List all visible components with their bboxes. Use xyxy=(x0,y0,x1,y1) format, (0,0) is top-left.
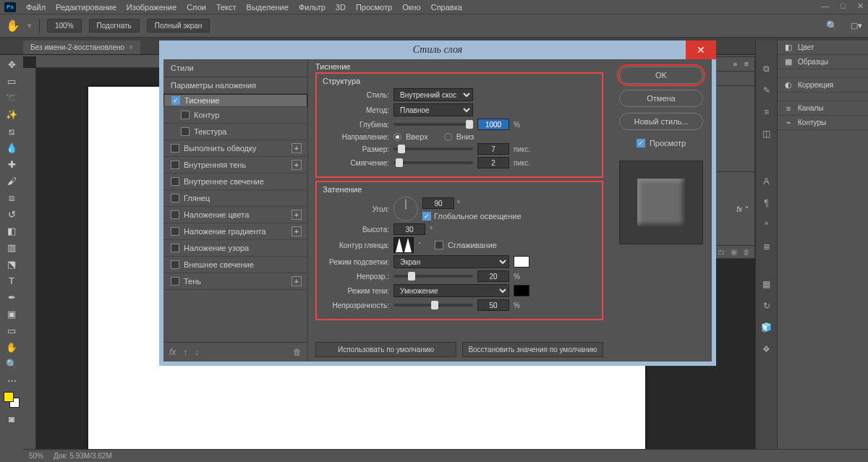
dialog-close-button[interactable]: ✕ xyxy=(686,40,716,59)
fx-menu-icon[interactable]: fx xyxy=(169,347,176,357)
highlight-opacity-slider[interactable] xyxy=(393,275,473,278)
panel-icon-char[interactable]: ᴬ xyxy=(760,218,773,231)
style-inner-shadow[interactable]: Внутренняя тень+ xyxy=(163,157,307,174)
global-light-checkbox[interactable]: ✓ xyxy=(422,212,431,221)
angle-input[interactable] xyxy=(422,197,454,209)
panel-icon-a[interactable]: A xyxy=(760,175,773,188)
style-color-overlay[interactable]: Наложение цвета+ xyxy=(163,207,307,223)
style-bevel[interactable]: ✓Тиснение xyxy=(163,94,307,107)
group-icon[interactable]: 🗀 xyxy=(718,248,725,256)
menu-filter[interactable]: Фильтр xyxy=(299,3,326,12)
new-style-button[interactable]: Новый стиль... xyxy=(619,113,703,130)
soften-input[interactable] xyxy=(477,157,509,168)
soften-slider[interactable] xyxy=(393,161,473,164)
style-select[interactable]: Внутренний скос xyxy=(393,88,473,101)
checkbox-icon[interactable] xyxy=(171,177,179,186)
preview-checkbox[interactable]: ✓ xyxy=(637,139,645,147)
checkbox-icon[interactable]: ✓ xyxy=(171,96,180,105)
menu-window[interactable]: Окно xyxy=(402,3,421,12)
highlight-color[interactable] xyxy=(514,256,529,268)
menu-view[interactable]: Просмотр xyxy=(356,3,392,12)
antialias-checkbox[interactable] xyxy=(435,241,443,249)
menu-help[interactable]: Справка xyxy=(431,3,462,12)
add-effect-icon[interactable]: + xyxy=(292,276,302,286)
wand-tool-icon[interactable]: ✨ xyxy=(1,106,22,123)
checkbox-icon[interactable] xyxy=(181,111,190,119)
styles-header[interactable]: Стили xyxy=(163,59,307,77)
add-effect-icon[interactable]: + xyxy=(292,160,302,170)
shadow-color[interactable] xyxy=(514,285,529,296)
size-slider[interactable] xyxy=(393,147,473,150)
panel-paths[interactable]: ⌁Контуры xyxy=(778,116,868,130)
panel-icon-4[interactable]: ◫ xyxy=(760,127,773,140)
brush-tool-icon[interactable]: 🖌 xyxy=(1,173,22,189)
eyedropper-tool-icon[interactable]: 💧 xyxy=(1,140,22,156)
panel-channels[interactable]: ≡Каналы xyxy=(778,101,868,116)
history-brush-icon[interactable]: ↺ xyxy=(1,206,22,223)
heal-tool-icon[interactable]: ✚ xyxy=(1,156,22,173)
quickmask-icon[interactable]: ◙ xyxy=(1,411,22,427)
ok-button[interactable]: OK xyxy=(619,67,703,84)
style-contour[interactable]: Контур xyxy=(163,107,307,124)
panel-color[interactable]: ◧Цвет xyxy=(778,40,868,55)
highlight-opacity-input[interactable] xyxy=(477,270,509,282)
gloss-contour[interactable] xyxy=(393,237,414,253)
make-default-button[interactable]: Использовать по умолчанию xyxy=(315,342,456,357)
type-tool-icon[interactable]: T xyxy=(1,273,22,289)
checkbox-icon[interactable] xyxy=(171,210,179,219)
gradient-tool-icon[interactable]: ▥ xyxy=(1,239,22,256)
panel-adjustments[interactable]: ◐Коррекция xyxy=(778,78,868,93)
trash-icon[interactable]: 🗑 xyxy=(743,248,750,256)
menu-select[interactable]: Выделение xyxy=(247,3,289,12)
zoom-tool-icon[interactable]: 🔍 xyxy=(1,356,22,372)
panel-icon-2[interactable]: ✎ xyxy=(760,84,773,97)
panel-icon-3[interactable]: ≡ xyxy=(760,106,773,119)
panel-icon-lib[interactable]: ▦ xyxy=(760,278,773,291)
window-restore-icon[interactable]: □ xyxy=(841,1,846,11)
shadow-opacity-slider[interactable] xyxy=(393,304,473,307)
lasso-tool-icon[interactable]: ➰ xyxy=(1,90,22,106)
window-minimize-icon[interactable]: — xyxy=(821,1,829,11)
menu-edit[interactable]: Редактирование xyxy=(56,3,116,12)
panel-icon-1[interactable]: ⧉ xyxy=(760,62,773,75)
delete-style-icon[interactable]: 🗑 xyxy=(293,347,302,357)
style-outer-glow[interactable]: Внешнее свечение xyxy=(163,257,307,273)
panel-icon-para[interactable]: ¶ xyxy=(760,197,773,210)
panel-icon-3d[interactable]: 🧊 xyxy=(760,321,773,334)
checkbox-icon[interactable] xyxy=(171,194,179,202)
direction-up-radio[interactable] xyxy=(393,133,401,141)
style-inner-glow[interactable]: Внутреннее свечение xyxy=(163,174,307,190)
highlight-mode-select[interactable]: Экран xyxy=(393,255,509,268)
shadow-opacity-input[interactable] xyxy=(477,299,509,311)
shape-tool-icon[interactable]: ▭ xyxy=(1,322,22,339)
window-close-icon[interactable]: ✕ xyxy=(857,1,864,11)
menu-layers[interactable]: Слои xyxy=(187,3,206,12)
hand-tool2-icon[interactable]: ✋ xyxy=(1,339,22,356)
size-input[interactable] xyxy=(477,143,509,155)
depth-slider[interactable] xyxy=(393,123,473,126)
zoom-level[interactable]: 100% xyxy=(47,19,82,33)
panel-icon-hist[interactable]: ↻ xyxy=(760,299,773,312)
checkbox-icon[interactable] xyxy=(171,244,179,252)
crop-tool-icon[interactable]: ⧅ xyxy=(1,123,22,140)
reset-default-button[interactable]: Восстановить значения по умолчанию xyxy=(462,342,603,357)
cancel-button[interactable]: Отмена xyxy=(619,90,703,107)
checkbox-icon[interactable] xyxy=(171,277,179,286)
menu-3d[interactable]: 3D xyxy=(336,3,346,12)
style-texture[interactable]: Текстура xyxy=(163,124,307,140)
panel-icon-layers[interactable]: ❖ xyxy=(760,343,773,356)
checkbox-icon[interactable] xyxy=(181,127,190,136)
checkbox-icon[interactable] xyxy=(171,144,179,153)
menu-image[interactable]: Изображение xyxy=(127,3,176,12)
blur-tool-icon[interactable]: ⬔ xyxy=(1,256,22,273)
style-satin[interactable]: Глянец xyxy=(163,190,307,207)
checkbox-icon[interactable] xyxy=(171,161,179,169)
marquee-tool-icon[interactable]: ▭ xyxy=(1,73,22,90)
depth-input[interactable] xyxy=(477,119,509,130)
style-stroke[interactable]: Выполнить обводку+ xyxy=(163,140,307,157)
direction-down-radio[interactable] xyxy=(444,133,452,141)
panel-swatches[interactable]: ▦Образцы xyxy=(778,55,868,69)
path-select-icon[interactable]: ▣ xyxy=(1,306,22,322)
workspace-menu-icon[interactable]: ▢▾ xyxy=(851,21,862,30)
altitude-input[interactable] xyxy=(393,223,425,235)
